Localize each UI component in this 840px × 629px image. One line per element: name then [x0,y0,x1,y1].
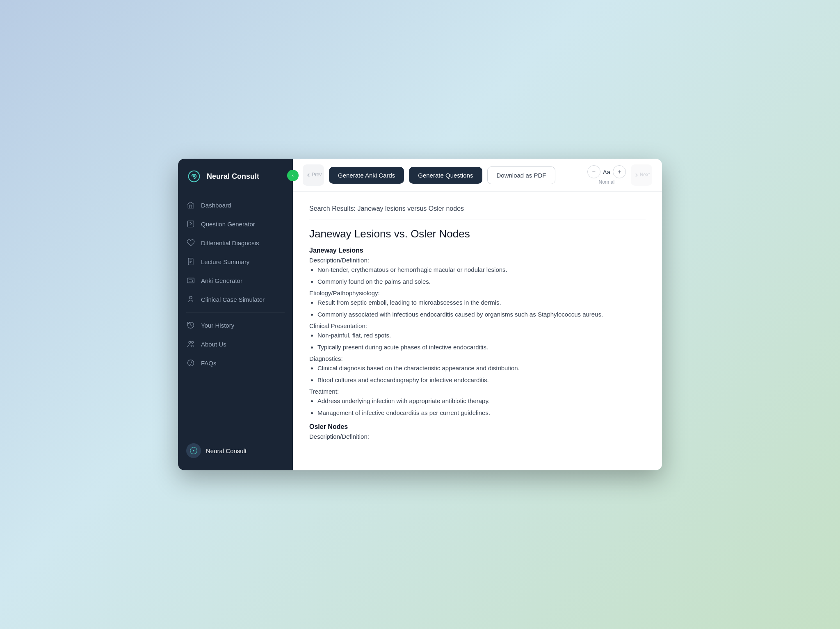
font-size-label: Aa [603,169,610,175]
users-icon [186,340,195,349]
list-item: Commonly associated with infectious endo… [317,310,646,319]
list-item: Typically present during acute phases of… [317,343,646,352]
sidebar: Neural Consult ‹ Dashboard Question Gene… [178,159,293,470]
sidebar-header: Neural Consult ‹ [178,159,293,192]
janeway-etiology-heading: Etiology/Pathophysiology: [309,289,646,296]
svg-point-9 [188,360,194,366]
list-item: Blood cultures and echocardiography for … [317,376,646,385]
sidebar-label-differential-diagnosis: Differential Diagnosis [201,239,259,246]
sidebar-label-faqs: FAQs [201,360,217,367]
list-item: Address underlying infection with approp… [317,397,646,406]
svg-point-10 [191,365,191,365]
generate-anki-button[interactable]: Generate Anki Cards [329,167,404,184]
font-controls: − Aa + Normal [587,165,626,185]
card-icon [186,276,195,285]
history-icon [186,321,195,330]
sidebar-item-lecture-summary[interactable]: Lecture Summary [178,252,293,271]
next-label: Next [640,172,650,178]
janeway-diagnostics-heading: Diagnostics: [309,355,646,362]
sidebar-item-about-us[interactable]: About Us [178,335,293,353]
neural-footer-label: Neural Consult [206,447,247,454]
svg-point-7 [189,341,191,343]
list-item: Non-tender, erythematous or hemorrhagic … [317,265,646,275]
prev-label: Prev [312,172,322,178]
document-icon [186,257,195,266]
svg-point-11 [193,450,194,451]
list-item: Result from septic emboli, leading to mi… [317,298,646,308]
nav-divider [186,312,285,312]
sidebar-item-faqs[interactable]: FAQs [178,353,293,372]
prev-button[interactable]: Prev [303,164,324,186]
home-icon [186,201,195,210]
sidebar-label-dashboard: Dashboard [201,202,231,209]
janeway-heading: Janeway Lesions [309,247,646,254]
download-pdf-button[interactable]: Download as PDF [487,166,556,184]
person-icon [186,295,195,304]
janeway-diagnostics-list: Clinical diagnosis based on the characte… [317,364,646,385]
font-decrease-button[interactable]: − [587,165,600,178]
generate-questions-button[interactable]: Generate Questions [409,167,482,184]
list-item: Non-painful, flat, red spots. [317,331,646,340]
app-logo-icon [186,169,202,184]
sidebar-label-clinical-case-simulator: Clinical Case Simulator [201,296,265,303]
sidebar-item-your-history[interactable]: Your History [178,316,293,335]
sidebar-item-question-generator[interactable]: Question Generator [178,214,293,233]
question-icon [186,219,195,228]
help-icon [186,358,195,367]
sidebar-label-question-generator: Question Generator [201,221,255,228]
svg-point-8 [192,341,194,343]
neural-avatar [186,443,201,458]
main-content: Prev Generate Anki Cards Generate Questi… [293,159,662,470]
janeway-description-heading: Description/Definition: [309,257,646,264]
list-item: Commonly found on the palms and soles. [317,277,646,287]
font-size-mode: Normal [598,179,614,185]
janeway-treatment-heading: Treatment: [309,388,646,395]
list-item: Clinical diagnosis based on the characte… [317,364,646,373]
janeway-etiology-list: Result from septic emboli, leading to mi… [317,298,646,319]
sidebar-footer: Neural Consult [178,433,293,470]
janeway-clinical-list: Non-painful, flat, red spots. Typically … [317,331,646,352]
svg-rect-1 [188,221,194,227]
svg-point-0 [193,175,195,177]
font-increase-button[interactable]: + [613,165,626,178]
sidebar-label-about-us: About Us [201,341,226,348]
heart-icon [186,238,195,247]
svg-rect-3 [187,278,194,283]
sidebar-nav: Dashboard Question Generator Differentia… [178,192,293,433]
sidebar-item-dashboard[interactable]: Dashboard [178,196,293,214]
svg-rect-2 [188,258,193,265]
content-area[interactable]: Search Results: Janeway lesions versus O… [293,192,662,470]
app-name: Neural Consult [207,172,259,181]
search-result-heading: Search Results: Janeway lesions versus O… [309,205,646,219]
sidebar-item-differential-diagnosis[interactable]: Differential Diagnosis [178,233,293,252]
svg-point-5 [189,296,192,299]
article-title: Janeway Lesions vs. Osler Nodes [309,228,646,240]
janeway-description-list: Non-tender, erythematous or hemorrhagic … [317,265,646,286]
janeway-clinical-heading: Clinical Presentation: [309,322,646,329]
list-item: Management of infective endocarditis as … [317,408,646,418]
sidebar-label-anki-generator: Anki Generator [201,277,242,284]
sidebar-label-your-history: Your History [201,322,234,329]
next-button[interactable]: Next [631,164,652,186]
janeway-treatment-list: Address underlying infection with approp… [317,397,646,417]
osler-heading: Osler Nodes [309,423,646,431]
sidebar-item-clinical-case-simulator[interactable]: Clinical Case Simulator [178,290,293,309]
toolbar: Prev Generate Anki Cards Generate Questi… [293,159,662,192]
svg-point-4 [192,280,193,282]
osler-description-heading: Description/Definition: [309,433,646,440]
neural-consult-footer[interactable]: Neural Consult [186,439,285,462]
sidebar-item-anki-generator[interactable]: Anki Generator [178,271,293,290]
sidebar-label-lecture-summary: Lecture Summary [201,258,249,265]
collapse-button[interactable]: ‹ [287,170,299,181]
